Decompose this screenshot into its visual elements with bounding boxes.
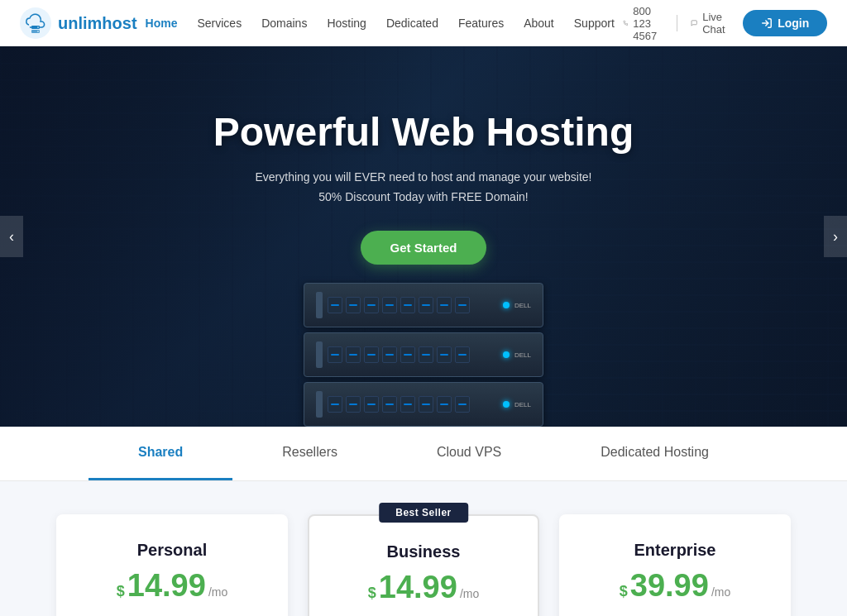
server-drive xyxy=(328,346,342,363)
hero-subtitle: Everything you will EVER need to host an… xyxy=(213,168,634,208)
nav-home[interactable]: Home xyxy=(137,12,186,35)
price-dollar-personal: $ xyxy=(117,583,125,600)
price-row-enterprise: $ 39.99 /mo xyxy=(582,570,768,601)
server-illustration: DELL DELL xyxy=(304,283,543,427)
plan-name-enterprise: Enterprise xyxy=(582,541,768,560)
server-brand: DELL xyxy=(514,351,531,359)
server-drive xyxy=(437,297,452,313)
phone-number: 800 123 4567 xyxy=(633,5,663,42)
prev-arrow-icon: ‹ xyxy=(9,228,14,246)
server-drive xyxy=(455,297,470,313)
server-handle xyxy=(316,341,323,368)
nav-services[interactable]: Services xyxy=(189,12,250,35)
hero-subtitle-line2: 50% Discount Today with FREE Domain! xyxy=(318,190,528,203)
price-dollar-enterprise: $ xyxy=(620,583,628,600)
nav-support[interactable]: Support xyxy=(566,12,623,35)
server-drives xyxy=(328,396,498,413)
server-drive xyxy=(455,346,470,363)
main-nav: Home Services Domains Hosting Dedicated … xyxy=(137,12,623,35)
svg-point-3 xyxy=(37,26,39,28)
phone-icon xyxy=(623,17,629,29)
chat-icon xyxy=(691,17,697,29)
best-seller-badge: Best Seller xyxy=(379,503,468,523)
server-drive xyxy=(419,297,433,313)
server-drive xyxy=(382,297,397,313)
tabs-section: Shared Resellers Cloud VPS Dedicated Hos… xyxy=(0,427,847,481)
server-drive xyxy=(364,346,379,363)
hero-section: ‹ Powerful Web Hosting Everything you wi… xyxy=(0,46,847,427)
nav-features[interactable]: Features xyxy=(450,12,512,35)
pricing-card-enterprise: Enterprise $ 39.99 /mo 119 Accounts 119 … xyxy=(559,514,791,616)
header-right: 800 123 4567 Live Chat Login xyxy=(623,5,828,42)
server-drive xyxy=(346,396,361,413)
server-drive xyxy=(437,396,452,413)
get-started-label: Get Started xyxy=(390,241,457,255)
server-drive xyxy=(346,297,361,313)
server-brand: DELL xyxy=(514,302,531,309)
server-handle xyxy=(316,391,323,418)
plan-name-personal: Personal xyxy=(79,541,265,560)
live-chat-link[interactable]: Live Chat xyxy=(691,11,730,36)
logo-text: unlimhost xyxy=(58,14,137,33)
server-drive xyxy=(346,346,361,363)
nav-hosting[interactable]: Hosting xyxy=(318,12,374,35)
login-button[interactable]: Login xyxy=(743,10,827,36)
server-drive xyxy=(382,396,397,413)
server-drives xyxy=(328,297,498,313)
server-drive xyxy=(328,396,342,413)
next-arrow-icon: › xyxy=(833,228,838,246)
server-drive xyxy=(419,346,433,363)
login-icon xyxy=(761,17,773,29)
tab-cloud-vps[interactable]: Cloud VPS xyxy=(387,427,551,480)
login-label: Login xyxy=(778,17,809,30)
pricing-card-business: Best Seller Business $ 14.99 /mo 99 Acco… xyxy=(308,514,539,616)
server-drive xyxy=(364,297,379,313)
tab-shared[interactable]: Shared xyxy=(89,427,232,480)
tab-dedicated-hosting[interactable]: Dedicated Hosting xyxy=(551,427,758,480)
pricing-section: Personal $ 14.99 /mo 19 Accounts 19 GB S… xyxy=(0,481,847,616)
nav-dedicated[interactable]: Dedicated xyxy=(378,12,447,35)
live-chat-label: Live Chat xyxy=(702,11,730,36)
server-drive xyxy=(382,346,397,363)
header: unlimhost Home Services Domains Hosting … xyxy=(0,0,847,46)
get-started-button[interactable]: Get Started xyxy=(361,231,487,265)
price-row-personal: $ 14.99 /mo xyxy=(79,570,265,601)
pricing-card-personal: Personal $ 14.99 /mo 19 Accounts 19 GB S… xyxy=(56,514,288,616)
server-drive xyxy=(455,396,470,413)
logo[interactable]: unlimhost xyxy=(20,7,137,39)
phone-link[interactable]: 800 123 4567 xyxy=(623,5,663,42)
price-amount-personal: 14.99 xyxy=(127,570,206,601)
hero-prev-button[interactable]: ‹ xyxy=(0,216,23,257)
server-drive xyxy=(328,297,342,313)
server-drives xyxy=(328,346,498,363)
svg-point-4 xyxy=(37,31,39,32)
server-unit-2: DELL xyxy=(304,332,543,377)
tab-resellers[interactable]: Resellers xyxy=(232,427,387,480)
hero-subtitle-line1: Everything you will EVER need to host an… xyxy=(255,170,591,184)
server-unit-3: DELL xyxy=(304,382,543,427)
price-period-enterprise: /mo xyxy=(711,585,730,599)
hero-title: Powerful Web Hosting xyxy=(213,109,634,155)
server-light xyxy=(503,401,510,408)
server-light xyxy=(503,302,510,308)
server-drive xyxy=(400,396,415,413)
plan-name-business: Business xyxy=(333,542,514,561)
price-dollar-business: $ xyxy=(368,585,376,602)
hero-next-button[interactable]: › xyxy=(824,216,847,257)
pricing-cards: Personal $ 14.99 /mo 19 Accounts 19 GB S… xyxy=(33,514,814,616)
nav-about[interactable]: About xyxy=(515,12,562,35)
server-drive xyxy=(437,346,452,363)
price-period-personal: /mo xyxy=(208,585,227,599)
logo-icon xyxy=(20,7,51,39)
header-divider xyxy=(677,15,677,31)
price-amount-business: 14.99 xyxy=(379,571,457,603)
server-brand: DELL xyxy=(514,401,531,408)
server-light xyxy=(503,351,510,358)
price-amount-enterprise: 39.99 xyxy=(630,570,709,601)
price-row-business: $ 14.99 /mo xyxy=(333,571,514,603)
server-drive xyxy=(364,396,379,413)
nav-domains[interactable]: Domains xyxy=(253,12,315,35)
server-handle xyxy=(316,292,323,318)
server-drive xyxy=(400,346,415,363)
tabs-container: Shared Resellers Cloud VPS Dedicated Hos… xyxy=(0,427,847,480)
